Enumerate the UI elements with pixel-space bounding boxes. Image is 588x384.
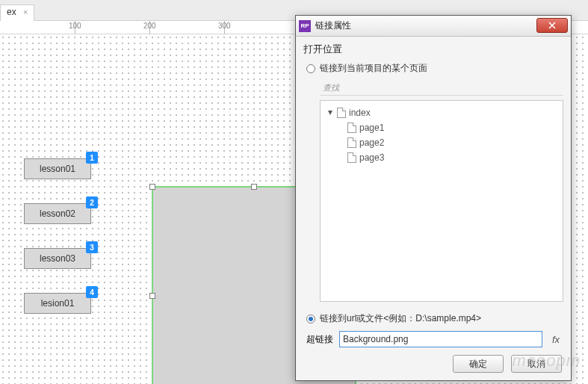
- page-tree[interactable]: index page1 page2 page3: [320, 100, 563, 302]
- radio-icon: [306, 64, 315, 73]
- footnote-badge: 1: [86, 152, 98, 164]
- widget-lesson[interactable]: lesion01 4: [24, 293, 91, 314]
- close-button[interactable]: [536, 18, 568, 33]
- button-label: 确定: [469, 358, 487, 371]
- radio-label: 链接到url或文件<例如：D:\sample.mp4>: [320, 312, 481, 325]
- close-icon: [548, 22, 556, 29]
- radio-link-to-page[interactable]: 链接到当前项目的某个页面: [306, 62, 563, 75]
- page-icon: [347, 137, 356, 148]
- app-icon: RP: [299, 20, 311, 32]
- hyperlink-label: 超链接: [306, 333, 333, 346]
- fx-button[interactable]: fx: [548, 331, 563, 347]
- close-icon[interactable]: ×: [23, 7, 28, 16]
- tree-item[interactable]: page3: [327, 150, 557, 165]
- radio-label: 链接到当前项目的某个页面: [320, 62, 427, 75]
- document-tab[interactable]: ex ×: [0, 4, 34, 21]
- footnote-badge: 4: [86, 286, 98, 298]
- widget-label: lesson01: [40, 164, 75, 174]
- footnote-badge: 2: [86, 196, 98, 208]
- resize-handle-l[interactable]: [149, 293, 155, 299]
- ruler-tick: 100: [69, 22, 81, 30]
- cancel-button[interactable]: 取消: [511, 355, 562, 373]
- widget-label: lesson02: [40, 208, 75, 219]
- radio-link-to-url[interactable]: 链接到url或文件<例如：D:\sample.mp4>: [306, 312, 563, 325]
- page-icon: [337, 108, 346, 118]
- ok-button[interactable]: 确定: [453, 355, 504, 373]
- link-properties-dialog: RP 链接属性 打开位置 链接到当前项目的某个页面 查找: [295, 15, 572, 381]
- page-icon: [347, 152, 356, 163]
- button-label: 取消: [527, 358, 545, 371]
- resize-handle-t[interactable]: [251, 184, 257, 190]
- tree-label: page1: [359, 123, 384, 133]
- widget-label: lesion01: [41, 298, 75, 309]
- tree-label: index: [349, 108, 371, 118]
- tree-item[interactable]: page2: [327, 135, 557, 150]
- dialog-titlebar[interactable]: RP 链接属性: [296, 16, 571, 37]
- ruler-tick: 200: [143, 22, 156, 30]
- widget-lesson[interactable]: lesson03 3: [24, 248, 91, 269]
- tree-item[interactable]: page1: [327, 120, 557, 135]
- section-open-location: 打开位置: [303, 43, 563, 56]
- resize-handle-tl[interactable]: [149, 184, 155, 190]
- footnote-badge: 3: [86, 241, 98, 253]
- search-input[interactable]: 查找: [320, 81, 563, 96]
- ruler-tick: 300: [218, 22, 231, 30]
- page-icon: [347, 123, 356, 133]
- dialog-title: 链接属性: [315, 19, 351, 32]
- collapse-arrow-icon[interactable]: [327, 110, 334, 116]
- widget-lesson[interactable]: lesson01 1: [24, 158, 91, 179]
- tree-label: page3: [359, 152, 384, 163]
- tree-root[interactable]: index: [327, 105, 557, 120]
- radio-icon: [306, 315, 315, 323]
- hyperlink-input[interactable]: [339, 331, 542, 347]
- tree-label: page2: [359, 137, 384, 148]
- widget-label: lesson03: [40, 253, 75, 264]
- widget-lesson[interactable]: lesson02 2: [24, 203, 91, 224]
- tab-label: ex: [7, 7, 16, 17]
